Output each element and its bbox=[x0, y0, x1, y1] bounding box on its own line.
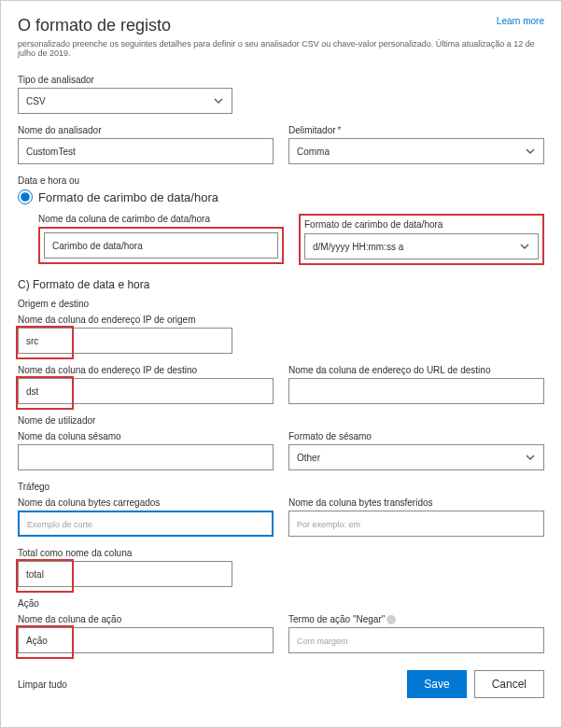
save-button[interactable]: Save bbox=[407, 670, 466, 698]
section-c-title: C) Formato de data e hora bbox=[18, 278, 544, 291]
delimiter-label: Delimitador bbox=[288, 125, 544, 135]
negate-term-input[interactable] bbox=[288, 627, 544, 653]
total-col-highlight bbox=[18, 561, 232, 587]
total-col-input[interactable] bbox=[18, 561, 232, 587]
dst-url-input[interactable] bbox=[288, 378, 544, 404]
dst-ip-input[interactable] bbox=[18, 378, 274, 404]
parser-name-input[interactable] bbox=[18, 138, 274, 164]
parser-name-label: Nome do analisador bbox=[18, 125, 274, 135]
username-section: Nome de utilizador bbox=[18, 415, 544, 426]
timestamp-fmt-select[interactable]: d/M/yyyy HH:mm:ss a bbox=[304, 233, 539, 259]
dst-ip-label: Nome da coluna do endereço IP de destino bbox=[18, 365, 274, 375]
info-dot-icon bbox=[386, 615, 396, 624]
action-col-label: Nome da coluna de ação bbox=[18, 614, 274, 624]
sesame-fmt-label: Formato de sésamo bbox=[288, 431, 544, 441]
timestamp-col-highlight bbox=[38, 227, 284, 264]
datetime-or-label: Data e hora ou bbox=[18, 175, 544, 186]
src-ip-input[interactable] bbox=[18, 328, 232, 354]
dst-url-label: Nome da coluna de endereço do URL de des… bbox=[288, 365, 544, 375]
src-ip-label: Nome da coluna do endereço IP de origem bbox=[18, 315, 232, 325]
bytes-up-input[interactable] bbox=[18, 511, 274, 537]
src-ip-highlight bbox=[18, 328, 232, 354]
timestamp-col-input[interactable] bbox=[44, 232, 278, 259]
traffic-section: Tráfego bbox=[18, 482, 544, 492]
timestamp-format-radio-label: Formato de carimbo de data/hora bbox=[38, 190, 218, 204]
delimiter-select[interactable]: Comma bbox=[288, 138, 544, 164]
origin-dest-subtitle: Origem e destino bbox=[18, 299, 544, 309]
sesame-col-input[interactable] bbox=[18, 444, 274, 470]
timestamp-col-label: Nome da coluna de carimbo de data/hora bbox=[38, 214, 284, 224]
cancel-button[interactable]: Cancel bbox=[474, 670, 544, 698]
timestamp-fmt-highlight: Formato de carimbo de data/hora d/M/yyyy… bbox=[299, 214, 544, 265]
sesame-col-label: Nome da coluna sésamo bbox=[18, 431, 274, 441]
timestamp-format-radio[interactable] bbox=[18, 189, 33, 204]
action-col-input[interactable] bbox=[18, 627, 274, 653]
bytes-down-input[interactable] bbox=[288, 511, 544, 537]
timestamp-fmt-label: Formato de carimbo de data/hora bbox=[304, 219, 539, 230]
bytes-up-label: Nome da coluna bytes carregados bbox=[18, 497, 274, 508]
clear-all-link[interactable]: Limpar tudo bbox=[18, 679, 67, 690]
total-col-label: Total como nome da coluna bbox=[18, 548, 232, 558]
learn-more-link[interactable]: Learn more bbox=[497, 16, 544, 26]
parser-type-select[interactable]: CSV bbox=[18, 88, 232, 114]
action-col-highlight bbox=[18, 627, 274, 653]
parser-type-label: Tipo de analisador bbox=[18, 75, 232, 85]
action-section: Ação bbox=[18, 598, 544, 609]
page-subtitle: personalizado preenche os seguintes deta… bbox=[18, 39, 544, 58]
negate-term-label: Termo de ação "Negar" bbox=[288, 614, 544, 624]
sesame-fmt-select[interactable]: Other bbox=[288, 444, 544, 470]
dst-ip-highlight bbox=[18, 378, 274, 404]
bytes-down-label: Nome da coluna bytes transferidos bbox=[288, 497, 544, 508]
page-title: O formato de registo bbox=[18, 16, 544, 35]
